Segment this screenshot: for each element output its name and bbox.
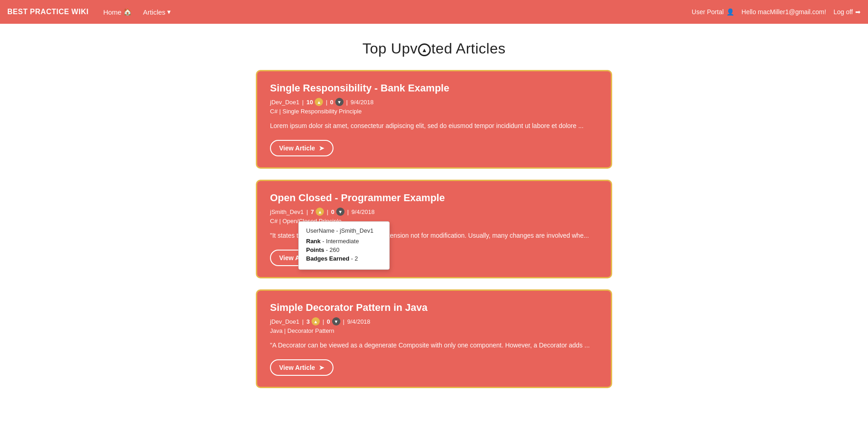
article-card-3: Simple Decorator Pattern in Java jDev_Do…: [256, 289, 612, 388]
page-title: Top Upvted Articles: [0, 40, 868, 57]
article-title-3: Simple Decorator Pattern in Java: [270, 302, 598, 314]
article-meta-3: jDev_Doe1 | 3 ▲ | 0 ▼ | 9/4/2018: [270, 317, 598, 326]
arrow-right-icon-3: ➤: [319, 364, 324, 371]
articles-label: Articles: [143, 8, 165, 16]
upvote-count-3: 3: [307, 318, 310, 325]
articles-list: Single Responsibility - Bank Example jDe…: [256, 70, 612, 406]
article-date-3: 9/4/2018: [347, 318, 370, 325]
article-author-3[interactable]: jDev_Doe1: [270, 318, 299, 325]
logoff-label: Log off: [833, 8, 853, 16]
article-author-1[interactable]: jDev_Doe1: [270, 99, 299, 106]
article-tags-1: C# | Single Responsibility Principle: [270, 108, 598, 115]
home-icon: 🏠: [123, 8, 132, 16]
articles-dropdown[interactable]: Articles ▾: [139, 6, 175, 18]
hello-text: Hello macMiller1@gmail.com!: [741, 8, 826, 16]
brand[interactable]: BEST PRACTICE WIKI: [7, 8, 89, 16]
navbar: BEST PRACTICE WIKI Home 🏠 Articles ▾ Use…: [0, 0, 868, 24]
upvote-icon-3: ▲: [312, 317, 320, 326]
user-icon: 👤: [726, 8, 734, 16]
tooltip-rank: Rank - Intermediate: [306, 238, 382, 245]
logoff-icon: ➡: [855, 8, 861, 16]
home-label: Home: [103, 8, 122, 16]
downvote-count-2: 0: [331, 208, 334, 215]
article-excerpt-3: "A Decorator can be viewed as a degenera…: [270, 341, 598, 350]
article-date-1: 9/4/2018: [350, 99, 374, 106]
view-article-button-1[interactable]: View Article ➤: [270, 140, 333, 156]
downvote-icon-2: ▼: [336, 208, 344, 216]
tooltip-points: Points - 260: [306, 246, 382, 253]
upvote-count-2: 7: [311, 208, 314, 215]
article-card-1: Single Responsibility - Bank Example jDe…: [256, 70, 612, 169]
upvote-count-1: 10: [307, 99, 313, 106]
article-title-1: Single Responsibility - Bank Example: [270, 82, 598, 94]
upvote-icon-2: ▲: [316, 208, 324, 216]
downvote-icon-1: ▼: [335, 98, 344, 106]
article-excerpt-1: Lorem ipsum dolor sit amet, consectetur …: [270, 121, 598, 131]
logoff-button[interactable]: Log off ➡: [833, 8, 861, 16]
article-meta-2: jSmith_Dev1 | 7 ▲ | 0 ▼ | 9/4/2018: [270, 208, 598, 216]
upvote-inline-icon: [418, 43, 431, 56]
downvote-count-3: 0: [327, 318, 330, 325]
article-author-2[interactable]: jSmith_Dev1: [270, 208, 304, 215]
view-article-button-3[interactable]: View Article ➤: [270, 359, 333, 376]
article-title-2: Open Closed - Programmer Example: [270, 192, 598, 204]
tooltip-username: UserName - jSmith_Dev1: [306, 227, 382, 234]
navbar-right: User Portal 👤 Hello macMiller1@gmail.com…: [692, 8, 861, 16]
dropdown-chevron-icon: ▾: [167, 8, 171, 16]
user-portal-label: User Portal: [692, 8, 724, 16]
article-meta-1: jDev_Doe1 | 10 ▲ | 0 ▼ | 9/4/2018: [270, 98, 598, 106]
user-portal-link[interactable]: User Portal 👤: [692, 8, 734, 16]
tooltip-badges: Badges Earned - 2: [306, 255, 382, 262]
downvote-icon-3: ▼: [332, 317, 340, 326]
article-tags-3: Java | Decorator Pattern: [270, 327, 598, 334]
user-tooltip-popup: UserName - jSmith_Dev1 Rank - Intermedia…: [298, 221, 390, 270]
article-date-2: 9/4/2018: [351, 208, 375, 215]
article-card-2: Open Closed - Programmer Example jSmith_…: [256, 180, 612, 278]
arrow-right-icon-1: ➤: [319, 144, 324, 152]
nav-links: Home 🏠 Articles ▾: [100, 6, 692, 18]
downvote-count-1: 0: [330, 99, 333, 106]
home-link[interactable]: Home 🏠: [100, 6, 136, 18]
upvote-icon-1: ▲: [315, 98, 323, 106]
